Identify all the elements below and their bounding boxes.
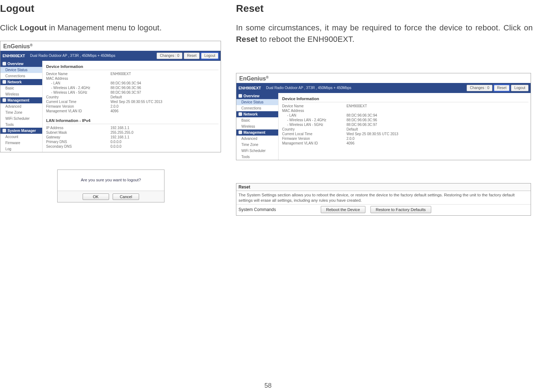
kv-key: MAC Address xyxy=(282,109,346,113)
sidebar-group-label: System Manager xyxy=(8,129,36,133)
table-row: Primary DNS0.0.0.0 xyxy=(46,139,218,144)
kv-key: Secondary DNS xyxy=(46,144,110,148)
sidebar-item-account[interactable]: Account xyxy=(0,134,42,140)
kv-key: Country xyxy=(282,127,346,131)
table-row: Management VLAN ID4096 xyxy=(282,141,528,146)
kv-val: Wed Sep 25 08:30:55 UTC 2013 xyxy=(346,132,528,136)
sidebar-group-label: Network xyxy=(244,112,257,116)
sidebar-item-device-status[interactable]: Device Status xyxy=(0,67,42,73)
logout-button[interactable]: Logout xyxy=(511,85,528,91)
kv-val: 88:DC:96:06:3C:94 xyxy=(346,113,528,117)
model-desc: Dual Radio Outdoor AP , 3T3R , 450Mbps +… xyxy=(30,54,115,58)
table-row: - LAN88:DC:96:06:3C:94 xyxy=(46,81,218,85)
sidebar-item-connections[interactable]: Connections xyxy=(0,73,42,79)
gear-icon xyxy=(3,98,6,102)
sidebar-item-advanced[interactable]: Advanced xyxy=(236,136,278,142)
sidebar-item-device-status[interactable]: Device Status xyxy=(236,99,278,105)
sidebar-group-overview[interactable]: Overview xyxy=(0,61,42,67)
kv-key: Gateway xyxy=(46,135,110,139)
brand-registered-icon: ® xyxy=(266,75,269,79)
kv-val: Default xyxy=(110,95,218,99)
logout-button[interactable]: Logout xyxy=(201,53,218,59)
sidebar-item-wireless[interactable]: Wireless xyxy=(236,123,278,129)
table-row: CountryDefault xyxy=(46,95,218,99)
kv-key: - Wireless LAN - 5GHz xyxy=(282,123,346,127)
table-row: Device NameENH900EXT xyxy=(46,72,218,76)
table-row: Firmware Version2.0.0 xyxy=(282,136,528,141)
sidebar-group-network[interactable]: Network xyxy=(236,111,278,117)
header-bar: ENH900EXT Dual Radio Outdoor AP , 3T3R ,… xyxy=(0,51,221,61)
brand-registered-icon: ® xyxy=(30,43,33,47)
kv-key: - Wireless LAN - 2.4GHz xyxy=(46,86,110,90)
sidebar-item-wireless[interactable]: Wireless xyxy=(0,91,42,97)
device-information-heading: Device Information xyxy=(46,62,218,70)
table-row: Subnet Mask255.255.255.0 xyxy=(46,130,218,135)
kv-val: 2.0.0 xyxy=(110,104,218,108)
table-row: MAC Address xyxy=(46,76,218,81)
model-label: ENH900EXT xyxy=(239,86,261,90)
text-bold: Reset xyxy=(236,35,258,44)
kv-val: 88:DC:96:06:3C:96 xyxy=(346,118,528,122)
restore-factory-defaults-button[interactable]: Restore to Factory Defaults xyxy=(370,206,431,213)
text-bold: Logout xyxy=(20,23,47,32)
sidebar-item-wifi-scheduler[interactable]: WiFi Scheduler xyxy=(0,116,42,122)
share-icon xyxy=(239,112,242,116)
sidebar-group-label: Management xyxy=(244,131,265,134)
sidebar-item-tools[interactable]: Tools xyxy=(0,122,42,128)
kv-key: Device Name xyxy=(282,104,346,108)
screenshot-logout: EnGenius® ENH900EXT Dual Radio Outdoor A… xyxy=(0,41,221,152)
sidebar-group-management[interactable]: Management xyxy=(236,129,278,136)
changes-button[interactable]: Changes : 0 xyxy=(157,53,182,59)
brand-bar: EnGenius® xyxy=(0,41,221,51)
text: Click xyxy=(0,23,20,32)
kv-val: Wed Sep 25 08:30:55 UTC 2013 xyxy=(110,100,218,104)
kv-val: 2.0.0 xyxy=(346,137,528,141)
kv-val: 0.0.0.0 xyxy=(110,144,218,148)
kv-key: Primary DNS xyxy=(46,140,110,144)
kv-val: 192.168.1.1 xyxy=(110,126,218,130)
ok-button[interactable]: OK xyxy=(83,193,109,200)
sidebar-item-basic[interactable]: Basic xyxy=(0,85,42,91)
cancel-button[interactable]: Cancel xyxy=(113,193,139,200)
text: in Management menu to logout. xyxy=(47,23,162,32)
table-row: - Wireless LAN - 2.4GHz88:DC:96:06:3C:96 xyxy=(282,118,528,122)
changes-button[interactable]: Changes : 0 xyxy=(467,85,492,91)
kv-val: ENH900EXT xyxy=(110,72,218,76)
kv-key: Management VLAN ID xyxy=(282,141,346,145)
table-row: Current Local TimeWed Sep 25 08:30:55 UT… xyxy=(46,99,218,104)
sidebar-item-time-zone[interactable]: Time Zone xyxy=(0,109,42,116)
sidebar-item-firmware[interactable]: Firmware xyxy=(0,140,42,146)
logout-instruction: Click Logout in Management menu to logou… xyxy=(0,22,222,34)
table-row: Secondary DNS0.0.0.0 xyxy=(46,144,218,149)
kv-val: 0.0.0.0 xyxy=(110,140,218,144)
kv-val: 88:DC:96:06:3C:97 xyxy=(110,90,218,94)
reset-button[interactable]: Reset xyxy=(494,85,510,91)
sidebar-group-network[interactable]: Network xyxy=(0,79,42,85)
page-number: 58 xyxy=(0,382,536,389)
table-row: - Wireless LAN - 5GHz88:DC:96:06:3C:97 xyxy=(46,90,218,95)
system-commands-label: System Commands xyxy=(239,207,316,212)
table-row: CountryDefault xyxy=(282,127,528,132)
sidebar-group-overview[interactable]: Overview xyxy=(236,93,278,99)
kv-val xyxy=(346,109,528,113)
kv-key: - Wireless LAN - 5GHz xyxy=(46,90,110,94)
reboot-device-button[interactable]: Reboot the Device xyxy=(321,206,365,213)
sidebar: Overview Device Status Connections Netwo… xyxy=(0,61,43,152)
sidebar-item-basic[interactable]: Basic xyxy=(236,117,278,123)
sidebar-item-advanced[interactable]: Advanced xyxy=(0,103,42,109)
sidebar-item-tools[interactable]: Tools xyxy=(236,154,278,160)
sidebar-group-system-manager[interactable]: System Manager xyxy=(0,128,42,134)
section-title-reset: Reset xyxy=(236,3,533,14)
share-icon xyxy=(3,80,6,84)
table-row: - Wireless LAN - 2.4GHz88:DC:96:06:3C:96 xyxy=(46,85,218,90)
sidebar-item-connections[interactable]: Connections xyxy=(236,105,278,111)
sidebar-item-time-zone[interactable]: Time Zone xyxy=(236,142,278,148)
model-desc: Dual Radio Outdoor AP , 3T3R , 450Mbps +… xyxy=(266,86,351,90)
kv-val: 88:DC:96:06:3C:97 xyxy=(346,123,528,127)
kv-key: Management VLAN ID xyxy=(46,109,110,113)
sidebar-item-log[interactable]: Log xyxy=(0,146,42,152)
sidebar-group-management[interactable]: Management xyxy=(0,97,42,103)
sidebar-item-wifi-scheduler[interactable]: WiFi Scheduler xyxy=(236,148,278,154)
kv-key: MAC Address xyxy=(46,77,110,80)
reset-button[interactable]: Reset xyxy=(184,53,200,59)
